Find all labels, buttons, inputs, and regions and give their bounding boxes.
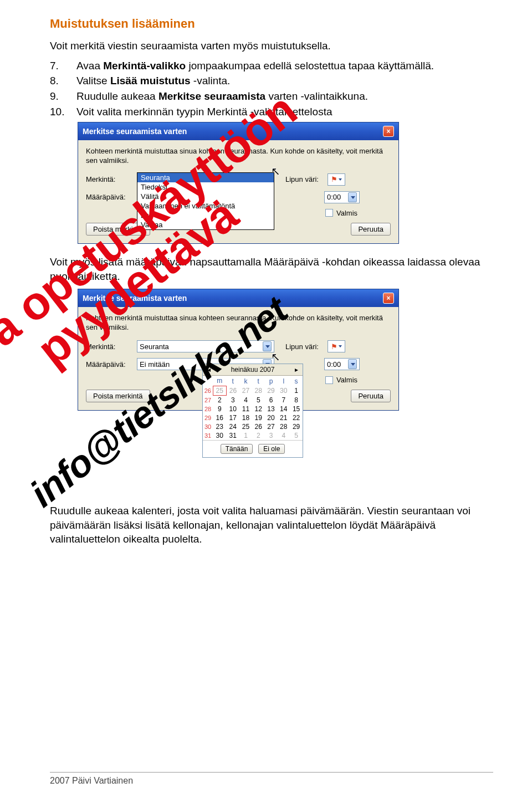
calendar-day[interactable]: 19 [252, 413, 265, 422]
dropdown-option[interactable]: Tiedoksi [137, 182, 274, 192]
weekday-header: m [213, 376, 226, 386]
today-button[interactable]: Tänään [221, 444, 253, 454]
calendar-grid: mtktpls 26252627282930127234567828910111… [203, 376, 303, 440]
dropdown-option[interactable]: Seuranta [137, 173, 274, 182]
calendar-day[interactable]: 5 [252, 396, 265, 405]
weekday-header: t [226, 376, 239, 386]
dialog-hint: Kohteen merkintä muistuttaa sinua kohtee… [86, 314, 391, 333]
checkbox-box [325, 209, 333, 217]
calendar-day[interactable]: 8 [290, 396, 303, 405]
cancel-button[interactable]: Peruuta [351, 223, 391, 236]
calendar-day[interactable]: 27 [265, 422, 278, 431]
calendar-day[interactable]: 15 [290, 405, 303, 413]
calendar-day[interactable]: 5 [290, 431, 303, 440]
calendar-day[interactable]: 7 [277, 396, 290, 405]
calendar-popup[interactable]: ◂ heinäkuu 2007 ▸ mtktpls 26252627282930… [202, 364, 303, 458]
section-heading: Muistutuksen lisääminen [50, 17, 493, 31]
calendar-day[interactable]: 22 [290, 413, 303, 422]
valmis-checkbox[interactable]: Valmis [325, 209, 391, 217]
calendar-day[interactable]: 2 [252, 431, 265, 440]
weekday-header: k [239, 376, 252, 386]
valmis-label: Valmis [336, 209, 357, 217]
intro-paragraph: Voit merkitä viestin seuraamista varten … [50, 39, 493, 53]
dropdown-option[interactable]: Vastaaminen ei välttämätöntä [137, 201, 274, 211]
step-item: 10.Voit valita merkinnän tyypin Merkintä… [50, 105, 493, 119]
merkinta-combo[interactable]: Seuranta [137, 340, 274, 352]
time-combo[interactable]: 0:00 [324, 191, 360, 203]
week-number: 31 [203, 431, 213, 440]
calendar-day[interactable]: 29 [290, 422, 303, 431]
chevron-down-icon [339, 178, 342, 181]
calendar-day[interactable]: 13 [265, 405, 278, 413]
cancel-button[interactable]: Peruuta [351, 390, 391, 402]
label-merkinta: Merkintä: [86, 175, 137, 183]
flag-color-button[interactable]: ⚑ [328, 173, 345, 186]
step-item: 7.Avaa Merkintä-valikko jompaakumpaa ede… [50, 59, 493, 73]
week-number: 29 [203, 413, 213, 422]
calendar-day[interactable]: 1 [239, 431, 252, 440]
time-value: 0:00 [327, 193, 341, 201]
calendar-day[interactable]: 1 [290, 386, 303, 396]
remove-flag-button[interactable]: Poista merkintä [86, 390, 150, 402]
prev-month-icon[interactable]: ◂ [205, 366, 213, 374]
time-value: 0:00 [327, 360, 341, 369]
dialog-titlebar: Merkitse seuraamista varten × [78, 122, 398, 140]
calendar-day[interactable]: 11 [239, 405, 252, 413]
mid-paragraph: Voit myös lisätä määräpäivän napsauttama… [50, 255, 493, 283]
calendar-day[interactable]: 18 [239, 413, 252, 422]
calendar-month: heinäkuu 2007 [231, 366, 275, 374]
step-list: 7.Avaa Merkintä-valikko jompaakumpaa ede… [50, 59, 493, 119]
calendar-day[interactable]: 21 [277, 413, 290, 422]
calendar-day[interactable]: 16 [213, 413, 226, 422]
dialog-title: Merkitse seuraamista varten [83, 127, 187, 136]
calendar-day[interactable]: 9 [213, 405, 226, 413]
label-maara: Määräpäivä: [86, 193, 137, 201]
step-item: 8.Valitse Lisää muistutus -valinta. [50, 74, 493, 88]
calendar-day[interactable]: 6 [265, 396, 278, 405]
calendar-day[interactable]: 10 [226, 405, 239, 413]
calendar-day[interactable]: 25 [213, 386, 226, 396]
calendar-day[interactable]: 3 [265, 431, 278, 440]
calendar-day[interactable]: 25 [239, 422, 252, 431]
calendar-day[interactable]: 30 [277, 386, 290, 396]
calendar-day[interactable]: 2 [213, 396, 226, 405]
page-footer: 2007 Päivi Vartiainen [50, 772, 493, 786]
chevron-down-icon[interactable] [348, 192, 357, 202]
dialog-titlebar: Merkitse seuraamista varten × [78, 289, 398, 307]
calendar-day[interactable]: 29 [265, 386, 278, 396]
calendar-day[interactable]: 14 [277, 405, 290, 413]
calendar-day[interactable]: 4 [277, 431, 290, 440]
valmis-checkbox[interactable]: Valmis [325, 376, 391, 384]
dropdown-option[interactable]: Lue [137, 211, 274, 220]
chevron-down-icon[interactable] [263, 341, 272, 351]
no-date-button[interactable]: Ei ole [258, 444, 285, 454]
calendar-day[interactable]: 24 [226, 422, 239, 431]
dropdown-option[interactable]: Vastaa [137, 220, 274, 229]
week-number: 27 [203, 396, 213, 405]
calendar-day[interactable]: 4 [239, 396, 252, 405]
calendar-day[interactable]: 20 [265, 413, 278, 422]
week-number: 30 [203, 422, 213, 431]
calendar-day[interactable]: 26 [226, 386, 239, 396]
next-month-icon[interactable]: ▸ [293, 366, 300, 374]
close-icon[interactable]: × [383, 126, 394, 137]
calendar-day[interactable]: 28 [252, 386, 265, 396]
calendar-day[interactable]: 27 [239, 386, 252, 396]
label-lipun: Lipun väri: [285, 342, 324, 351]
chevron-down-icon[interactable] [348, 359, 357, 369]
calendar-day[interactable]: 3 [226, 396, 239, 405]
dropdown-option[interactable]: Välitä [137, 192, 274, 201]
calendar-day[interactable]: 23 [213, 422, 226, 431]
merkinta-dropdown[interactable]: SeurantaTiedoksiVälitäVastaaminen ei väl… [137, 172, 274, 230]
calendar-day[interactable]: 17 [226, 413, 239, 422]
calendar-day[interactable]: 31 [226, 431, 239, 440]
calendar-day[interactable]: 12 [252, 405, 265, 413]
close-icon[interactable]: × [383, 293, 394, 304]
calendar-day[interactable]: 28 [277, 422, 290, 431]
weekday-header: l [277, 376, 290, 386]
flag-color-button[interactable]: ⚑ [328, 340, 345, 352]
calendar-day[interactable]: 30 [213, 431, 226, 440]
calendar-day[interactable]: 26 [252, 422, 265, 431]
weekday-header: t [252, 376, 265, 386]
time-combo[interactable]: 0:00 [324, 358, 360, 370]
